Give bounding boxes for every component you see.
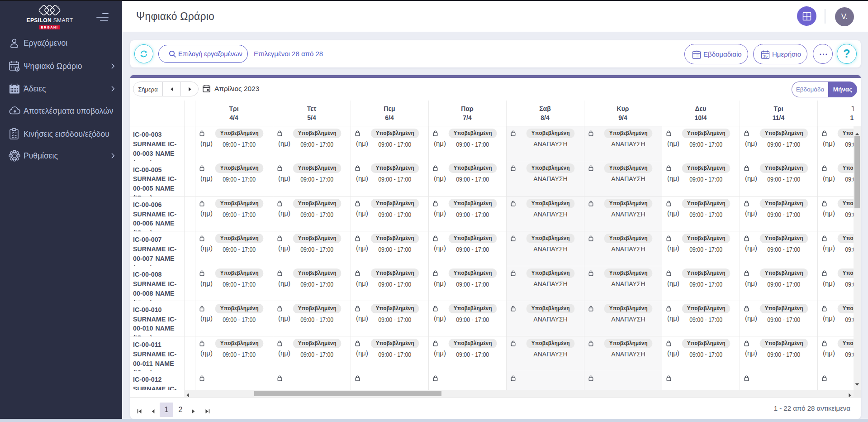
svg-text:15: 15	[763, 54, 768, 58]
